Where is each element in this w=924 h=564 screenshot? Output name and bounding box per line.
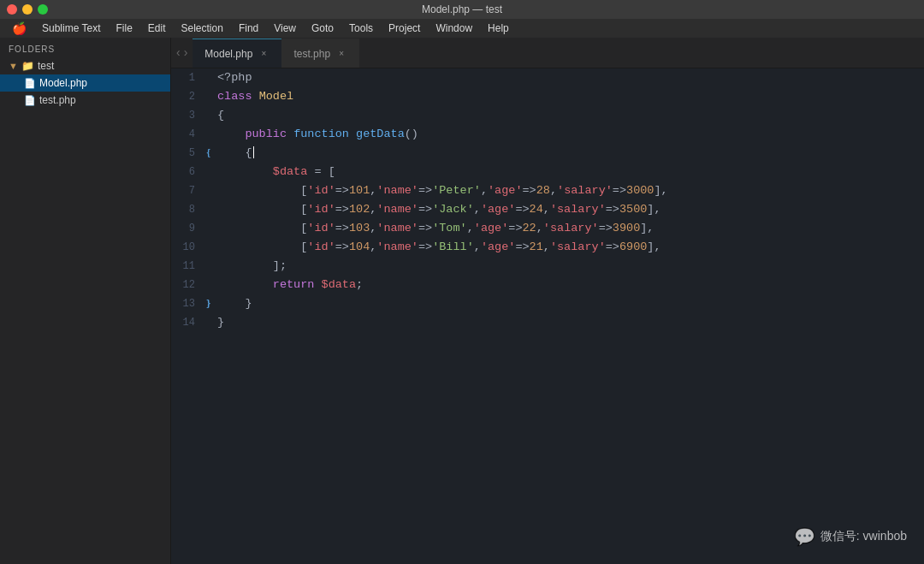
menu-view[interactable]: View: [267, 21, 303, 36]
line-gutter-13: ❵: [205, 294, 214, 313]
code-line-3: 3 {: [171, 106, 924, 125]
line-content-7: ['id'=>101,'name'=>'Peter','age'=>28,'sa…: [214, 181, 924, 200]
line-content-1: <?php: [214, 68, 924, 87]
main-layout: FOLDERS ▼ 📁 test 📄 Model.php 📄 test.php …: [0, 38, 924, 564]
code-line-13: 13 ❵ }: [171, 294, 924, 313]
tab-test-php[interactable]: test.php ×: [281, 39, 359, 68]
sidebar: FOLDERS ▼ 📁 test 📄 Model.php 📄 test.php: [0, 38, 171, 564]
line-num-2: 2: [171, 87, 205, 106]
wechat-icon: 💬: [794, 526, 815, 547]
line-num-12: 12: [171, 276, 205, 294]
folder-name: test: [38, 60, 54, 72]
file-icon-model: 📄: [24, 78, 36, 89]
sidebar-item-test-php[interactable]: 📄 test.php: [0, 92, 170, 109]
sidebar-header: FOLDERS: [0, 41, 170, 57]
watermark-text: 微信号: vwinbob: [820, 529, 907, 544]
tab-label-test: test.php: [293, 48, 330, 60]
line-num-11: 11: [171, 257, 205, 276]
line-num-10: 10: [171, 238, 205, 257]
code-line-6: 6 $data = [: [171, 163, 924, 181]
code-line-14: 14 }: [171, 313, 924, 332]
line-content-2: class Model: [214, 87, 924, 106]
code-line-9: 9 ['id'=>103,'name'=>'Tom','age'=>22,'sa…: [171, 219, 924, 238]
close-button[interactable]: [7, 4, 17, 15]
tabs-bar: ‹ › Model.php × test.php ×: [171, 38, 924, 68]
line-content-13: }: [214, 294, 924, 313]
maximize-button[interactable]: [38, 4, 48, 15]
menu-goto[interactable]: Goto: [305, 21, 341, 36]
sidebar-item-model-php[interactable]: 📄 Model.php: [0, 74, 170, 92]
menu-app[interactable]: Sublime Text: [35, 21, 107, 36]
tab-nav-next[interactable]: ›: [184, 45, 188, 59]
menu-tools[interactable]: Tools: [342, 21, 380, 36]
editor-area: ‹ › Model.php × test.php × 1 <?ph: [171, 38, 924, 564]
menu-find[interactable]: Find: [232, 21, 265, 36]
tab-nav-prev[interactable]: ‹: [176, 45, 181, 59]
file-name-model: Model.php: [39, 77, 87, 89]
line-num-8: 8: [171, 200, 205, 219]
line-num-3: 3: [171, 106, 205, 125]
code-line-5: 5 ❴ {: [171, 144, 924, 163]
line-content-14: }: [214, 313, 924, 332]
apple-menu[interactable]: 🍎: [5, 20, 33, 37]
line-num-9: 9: [171, 219, 205, 238]
line-num-14: 14: [171, 313, 205, 332]
code-line-4: 4 public function getData(): [171, 125, 924, 144]
code-line-8: 8 ['id'=>102,'name'=>'Jack','age'=>24,'s…: [171, 200, 924, 219]
sidebar-folder-test[interactable]: ▼ 📁 test: [0, 57, 170, 74]
title-bar: Model.php — test: [0, 0, 924, 19]
menu-selection[interactable]: Selection: [175, 21, 230, 36]
traffic-lights: [7, 4, 48, 15]
tab-model-php[interactable]: Model.php ×: [192, 39, 281, 68]
code-line-1: 1 <?php: [171, 68, 924, 87]
editor-container: ‹ › Model.php × test.php × 1 <?ph: [171, 38, 924, 564]
line-content-4: public function getData(): [214, 125, 924, 144]
line-num-4: 4: [171, 125, 205, 144]
code-editor[interactable]: 1 <?php 2 class Model 3 {: [171, 68, 924, 564]
line-num-5: 5: [171, 144, 205, 163]
line-content-6: $data = [: [214, 163, 924, 181]
code-line-10: 10 ['id'=>104,'name'=>'Bill','age'=>21,'…: [171, 238, 924, 257]
file-name-test: test.php: [39, 94, 76, 106]
line-content-8: ['id'=>102,'name'=>'Jack','age'=>24,'sal…: [214, 200, 924, 219]
code-line-7: 7 ['id'=>101,'name'=>'Peter','age'=>28,'…: [171, 181, 924, 200]
line-content-3: {: [214, 106, 924, 125]
line-content-10: ['id'=>104,'name'=>'Bill','age'=>21,'sal…: [214, 238, 924, 257]
tab-close-test[interactable]: ×: [335, 48, 347, 60]
line-num-1: 1: [171, 68, 205, 87]
line-content-11: ];: [214, 257, 924, 276]
line-num-6: 6: [171, 163, 205, 181]
window-title: Model.php — test: [422, 3, 502, 15]
line-content-9: ['id'=>103,'name'=>'Tom','age'=>22,'sala…: [214, 219, 924, 238]
menu-bar: 🍎 Sublime Text File Edit Selection Find …: [0, 19, 924, 38]
watermark: 💬 微信号: vwinbob: [794, 526, 907, 547]
line-gutter-5: ❴: [205, 144, 214, 163]
folder-icon: 📁: [21, 60, 34, 72]
menu-help[interactable]: Help: [481, 21, 516, 36]
code-line-2: 2 class Model: [171, 87, 924, 106]
menu-project[interactable]: Project: [382, 21, 427, 36]
line-num-7: 7: [171, 181, 205, 200]
line-content-5: {: [214, 144, 924, 163]
file-icon-test: 📄: [24, 95, 36, 106]
tab-navigation: ‹ ›: [171, 37, 192, 68]
line-num-13: 13: [171, 294, 205, 313]
minimize-button[interactable]: [22, 4, 33, 15]
menu-file[interactable]: File: [109, 21, 139, 36]
line-content-12: return $data;: [214, 276, 924, 294]
code-line-11: 11 ];: [171, 257, 924, 276]
tab-close-model[interactable]: ×: [258, 48, 270, 60]
menu-window[interactable]: Window: [429, 21, 479, 36]
folder-arrow-icon: ▼: [9, 61, 18, 71]
menu-edit[interactable]: Edit: [141, 21, 173, 36]
code-line-12: 12 return $data;: [171, 276, 924, 294]
tab-label-model: Model.php: [204, 48, 252, 60]
